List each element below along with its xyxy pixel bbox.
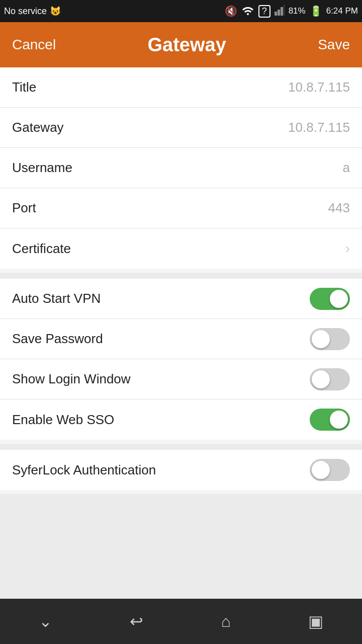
help-icon: ? (258, 5, 270, 18)
svg-point-0 (247, 13, 249, 15)
port-row[interactable]: Port 443 (0, 188, 362, 228)
section-divider-2 (0, 444, 362, 450)
auto-start-vpn-label: Auto Start VPN (12, 291, 101, 306)
bottom-nav: ⌄ ↩ ⌂ ▣ (0, 599, 362, 644)
username-label: Username (12, 160, 72, 176)
syferlock-row: SyferLock Authentication (0, 450, 362, 490)
form-section-1: Title 10.8.7.115 Gateway 10.8.7.115 User… (0, 67, 362, 269)
form-section-2: Auto Start VPN Save Password Show Login … (0, 279, 362, 440)
section-divider-3 (0, 494, 362, 599)
battery-icon: 🔋 (310, 5, 322, 17)
save-password-row: Save Password (0, 319, 362, 359)
enable-web-sso-label: Enable Web SSO (12, 412, 114, 428)
show-login-window-knob (312, 370, 330, 388)
save-password-label: Save Password (12, 331, 103, 347)
gateway-row[interactable]: Gateway 10.8.7.115 (0, 108, 362, 148)
battery-text: 81% (289, 6, 306, 16)
certificate-chevron-icon: › (345, 240, 350, 257)
cancel-button[interactable]: Cancel (12, 37, 56, 53)
username-value: a (343, 160, 350, 176)
wifi-icon (241, 5, 254, 18)
recent-apps-button[interactable]: ▣ (296, 608, 335, 635)
svg-marker-2 (278, 10, 280, 16)
svg-marker-3 (281, 7, 283, 16)
form-section-3: SyferLock Authentication (0, 450, 362, 490)
save-button[interactable]: Save (318, 37, 350, 53)
page-title: Gateway (148, 34, 226, 56)
time-display: 6:24 PM (326, 6, 358, 16)
show-login-window-toggle[interactable] (310, 368, 350, 390)
enable-web-sso-toggle[interactable] (310, 409, 350, 431)
svg-marker-4 (284, 5, 285, 16)
gateway-value: 10.8.7.115 (288, 120, 350, 135)
status-left: No service 😺 (4, 6, 61, 17)
section-divider-1 (0, 273, 362, 279)
port-value: 443 (328, 200, 350, 216)
enable-web-sso-row: Enable Web SSO (0, 399, 362, 440)
back-button[interactable]: ↩ (118, 608, 155, 635)
certificate-label: Certificate (12, 241, 71, 257)
gateway-label: Gateway (12, 120, 64, 135)
no-service-text: No service (4, 6, 47, 17)
username-row[interactable]: Username a (0, 148, 362, 188)
syferlock-knob (312, 461, 330, 479)
syferlock-toggle[interactable] (310, 459, 350, 481)
status-bar: No service 😺 🔇 ? 81% 🔋 6:24 PM (0, 0, 362, 22)
show-login-window-row: Show Login Window (0, 359, 362, 399)
signal-icon (275, 5, 285, 18)
status-right: 🔇 ? 81% 🔋 6:24 PM (225, 5, 358, 18)
auto-start-vpn-knob (330, 290, 348, 308)
title-label: Title (12, 79, 36, 95)
chevron-down-button[interactable]: ⌄ (27, 608, 64, 635)
port-label: Port (12, 200, 36, 216)
home-button[interactable]: ⌂ (209, 608, 242, 635)
title-value: 10.8.7.115 (288, 79, 350, 95)
cat-emoji-icon: 😺 (50, 6, 61, 17)
app-header: Cancel Gateway Save (0, 22, 362, 67)
title-row[interactable]: Title 10.8.7.115 (0, 67, 362, 108)
auto-start-vpn-row: Auto Start VPN (0, 279, 362, 319)
certificate-row[interactable]: Certificate › (0, 228, 362, 269)
content-area: Title 10.8.7.115 Gateway 10.8.7.115 User… (0, 67, 362, 599)
mute-icon: 🔇 (225, 5, 237, 17)
show-login-window-label: Show Login Window (12, 371, 131, 387)
svg-marker-1 (275, 12, 277, 16)
auto-start-vpn-toggle[interactable] (310, 288, 350, 310)
syferlock-label: SyferLock Authentication (12, 462, 156, 478)
enable-web-sso-knob (330, 411, 348, 429)
save-password-knob (312, 330, 330, 348)
save-password-toggle[interactable] (310, 328, 350, 350)
